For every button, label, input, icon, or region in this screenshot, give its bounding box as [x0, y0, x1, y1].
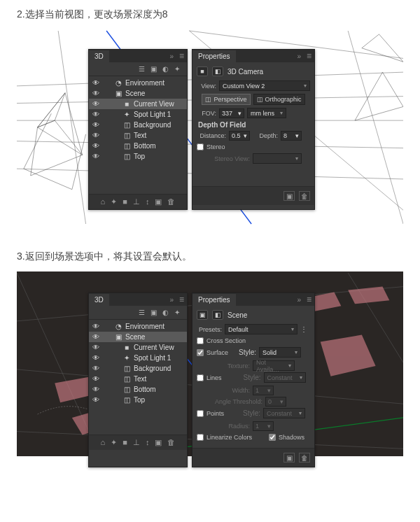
view-dropdown[interactable]: Custom View 2▾ [219, 80, 310, 91]
panel-collapse-icon[interactable] [294, 296, 304, 304]
coords-icon[interactable]: ◧ [212, 310, 223, 320]
panel-collapse-icon[interactable] [294, 52, 304, 60]
visibility-icon[interactable]: 👁 [92, 386, 100, 393]
visibility-icon[interactable]: 👁 [92, 375, 100, 383]
tool-home-icon[interactable]: ⌂ [101, 197, 106, 206]
visibility-icon[interactable]: 👁 [92, 323, 100, 330]
tool-delete-icon[interactable]: 🗑 [167, 438, 175, 447]
layer-type-icon: ■ [122, 100, 131, 108]
panel-menu-icon[interactable]: ≡ [176, 51, 187, 61]
tool-light-icon[interactable]: ✦ [111, 197, 117, 206]
svg-line-5 [58, 31, 85, 224]
visibility-icon[interactable]: 👁 [92, 111, 100, 118]
filter-mesh-icon[interactable]: ▣ [150, 309, 157, 316]
layer-type-icon: ◫ [122, 396, 131, 404]
coords-icon[interactable]: ◧ [212, 66, 223, 76]
trash-icon[interactable]: 🗑 [299, 453, 310, 463]
layer-name-label: Spot Light 1 [134, 354, 184, 362]
visibility-icon[interactable]: 👁 [92, 90, 100, 97]
render-icon[interactable]: ▣ [284, 191, 295, 201]
panel-collapse-icon[interactable] [167, 52, 176, 60]
tool-camera-icon[interactable]: ■ [122, 438, 127, 447]
orthographic-button[interactable]: ◫ Orthographic [253, 94, 305, 105]
shadows-checkbox[interactable]: Shadows [269, 434, 304, 441]
linearize-checkbox[interactable]: Linearize Colors [197, 434, 252, 441]
layer-row[interactable]: 👁◔Environment [89, 321, 187, 332]
points-checkbox[interactable]: Points [197, 410, 224, 417]
lines-width-label: Width: [208, 387, 250, 394]
panel-collapse-icon[interactable] [167, 296, 176, 304]
filter-material-icon[interactable]: ◐ [162, 309, 169, 316]
layer-name-label: Text [134, 375, 184, 383]
filter-light-icon[interactable]: ✦ [174, 65, 180, 73]
tool-camera-icon[interactable]: ■ [122, 197, 127, 206]
visibility-icon[interactable]: 👁 [92, 153, 100, 160]
layer-row[interactable]: 👁■Current View [89, 342, 187, 353]
panel-properties-title[interactable]: Properties [192, 50, 236, 62]
tool-move-icon[interactable]: ↕ [146, 197, 150, 206]
layer-row[interactable]: 👁✦Spot Light 1 [89, 109, 187, 120]
layer-type-icon: ◫ [122, 142, 131, 150]
panel-3d-footer: ⌂ ✦ ■ ⊥ ↕ ▣ 🗑 [89, 194, 187, 209]
tool-home-icon[interactable]: ⌂ [101, 438, 106, 447]
visibility-icon[interactable]: 👁 [92, 121, 100, 129]
layer-row[interactable]: 👁◔Environment [89, 78, 187, 88]
panel-menu-icon[interactable]: ≡ [304, 51, 314, 61]
tool-render-icon[interactable]: ▣ [155, 438, 162, 447]
filter-light-icon[interactable]: ✦ [174, 309, 180, 316]
layer-row[interactable]: 👁◫Bottom [89, 384, 187, 395]
filter-material-icon[interactable]: ◐ [162, 65, 169, 73]
filter-all-icon[interactable]: ☰ [139, 309, 145, 316]
layer-row[interactable]: 👁◫Bottom [89, 141, 187, 151]
visibility-icon[interactable]: 👁 [92, 365, 100, 372]
panel-properties-title[interactable]: Properties [192, 294, 236, 306]
lines-checkbox[interactable]: Lines [197, 374, 222, 381]
visibility-icon[interactable]: 👁 [92, 333, 100, 341]
cross-section-checkbox[interactable]: Cross Section [197, 337, 246, 344]
visibility-icon[interactable]: 👁 [92, 132, 100, 139]
panel-3d-title[interactable]: 3D [89, 50, 109, 62]
visibility-icon[interactable]: 👁 [92, 142, 100, 150]
layer-row[interactable]: 👁▣Scene [89, 332, 187, 342]
panel-menu-icon[interactable]: ≡ [176, 295, 187, 304]
visibility-icon[interactable]: 👁 [92, 79, 100, 87]
render-icon[interactable]: ▣ [284, 453, 295, 463]
stereo-checkbox[interactable]: Stereo [197, 143, 225, 150]
panel-3d-title[interactable]: 3D [89, 294, 109, 306]
filter-mesh-icon[interactable]: ▣ [150, 65, 157, 73]
visibility-icon[interactable]: 👁 [92, 354, 100, 362]
layer-name-label: Text [134, 132, 184, 139]
visibility-icon[interactable]: 👁 [92, 100, 100, 108]
panel-menu-icon[interactable]: ≡ [304, 295, 314, 304]
tool-render-icon[interactable]: ▣ [155, 197, 162, 206]
presets-dropdown[interactable]: Default▾ [225, 324, 298, 334]
layer-row[interactable]: 👁✦Spot Light 1 [89, 353, 187, 363]
layer-row[interactable]: 👁◫Background [89, 363, 187, 374]
layer-type-icon: ◔ [114, 323, 122, 330]
filter-all-icon[interactable]: ☰ [139, 65, 145, 73]
tool-light-icon[interactable]: ✦ [111, 438, 117, 447]
layer-row[interactable]: 👁■Current View [89, 99, 187, 109]
depth-input[interactable]: 8▾ [281, 131, 302, 141]
distance-input[interactable]: 0.5▾ [229, 131, 250, 141]
visibility-icon[interactable]: 👁 [92, 396, 100, 404]
layer-row[interactable]: 👁◫Text [89, 130, 187, 141]
tool-move-icon[interactable]: ↕ [146, 438, 150, 447]
layer-row[interactable]: 👁◫Text [89, 374, 187, 384]
svg-marker-25 [321, 335, 376, 376]
layer-row[interactable]: 👁◫Background [89, 120, 187, 130]
tool-ground-icon[interactable]: ⊥ [133, 438, 140, 447]
layer-row[interactable]: 👁▣Scene [89, 88, 187, 99]
presets-menu-icon[interactable]: ⋮ [300, 325, 310, 333]
surface-style-dropdown[interactable]: Solid▾ [259, 347, 301, 358]
fov-input[interactable]: 337▾ [219, 108, 244, 118]
tool-delete-icon[interactable]: 🗑 [167, 197, 175, 206]
trash-icon[interactable]: 🗑 [299, 191, 310, 201]
layer-row[interactable]: 👁◫Top [89, 151, 187, 162]
surface-checkbox[interactable]: Surface [197, 349, 228, 356]
visibility-icon[interactable]: 👁 [92, 344, 100, 351]
fov-unit-dropdown[interactable]: mm lens▾ [247, 108, 286, 118]
tool-ground-icon[interactable]: ⊥ [133, 197, 140, 206]
layer-row[interactable]: 👁◫Top [89, 395, 187, 405]
perspective-button[interactable]: ◫ Perspective [202, 94, 250, 105]
